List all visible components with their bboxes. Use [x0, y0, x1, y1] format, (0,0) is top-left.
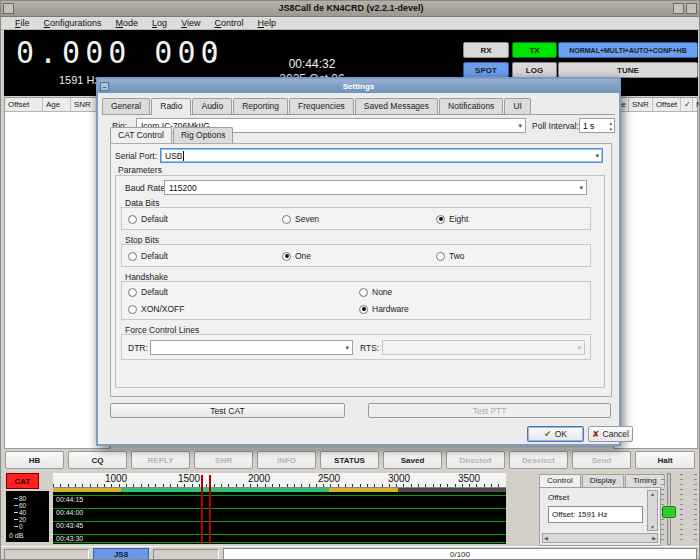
radio-stopbits-two[interactable]: Two [436, 251, 465, 261]
offset-marker-left[interactable] [201, 475, 203, 544]
subtab-cat-control[interactable]: CAT Control [110, 127, 172, 144]
col-name-partial[interactable]: N [693, 98, 700, 111]
baud-rate-combobox[interactable]: 115200 ▾ [164, 180, 587, 195]
force-control-lines-box: DTR: ▾ RTS: ▾ [121, 334, 591, 360]
radio-stopbits-default[interactable]: Default [128, 251, 168, 261]
dialog-menu-icon[interactable]: – [100, 82, 109, 91]
chevron-down-icon: ▾ [577, 344, 581, 352]
rx-button[interactable]: RX [463, 42, 509, 58]
status-button[interactable]: STATUS [320, 451, 379, 469]
directed-button[interactable]: Directed [446, 451, 505, 469]
spot-button[interactable]: SPOT [463, 62, 509, 78]
window-titlebar[interactable]: JS8Call de KN4CRD (v2.2.1-devel) [1, 1, 700, 17]
subtab-rig-options[interactable]: Rig Options [173, 127, 233, 143]
tab-saved-messages[interactable]: Saved Messages [355, 98, 438, 114]
utc-clock: 00:44:32 [252, 57, 372, 71]
scroll-left-icon: ◀ [544, 535, 548, 541]
info-button[interactable]: INFO [257, 451, 316, 469]
col-offset[interactable]: Offset [5, 98, 43, 111]
menu-file[interactable]: File [15, 18, 30, 28]
menu-view[interactable]: View [181, 18, 200, 28]
saved-button[interactable]: Saved [383, 451, 442, 469]
menu-configurations[interactable]: Configurations [44, 18, 102, 28]
cat-status-indicator[interactable]: CAT [6, 473, 39, 489]
window-menu-icon[interactable] [3, 3, 14, 14]
tab-frequencies[interactable]: Frequencies [289, 98, 354, 114]
serial-port-label: Serial Port: [115, 151, 157, 161]
radio-handshake-hardware[interactable]: Hardware [359, 304, 409, 314]
settings-title: Settings [343, 82, 375, 91]
tx-button[interactable]: TX [512, 42, 557, 58]
chevron-down-icon: ▾ [579, 184, 583, 192]
band-gray [398, 488, 506, 492]
menu-log[interactable]: Log [152, 18, 167, 28]
radio-handshake-none[interactable]: None [359, 287, 392, 297]
col-offset2[interactable]: Offset [653, 98, 681, 111]
minor-ticks [53, 484, 506, 487]
call-activity-table[interactable]: Offset Age SNR [4, 97, 110, 449]
log-button[interactable]: LOG [512, 62, 557, 78]
halt-button[interactable]: Halt [635, 451, 695, 469]
tab-ui[interactable]: UI [504, 98, 531, 114]
frequency-down-icon[interactable]: ▼ [210, 56, 218, 64]
freq-tick-3500: 3500 [458, 473, 480, 484]
freq-tick-1000: 1000 [105, 473, 127, 484]
settings-dialog: – Settings General Radio Audio Reporting… [96, 77, 621, 446]
tab-reporting[interactable]: Reporting [233, 98, 288, 114]
tab-radio[interactable]: Radio [151, 98, 191, 115]
cancel-button[interactable]: ✘ Cancel [588, 426, 633, 442]
tab-control[interactable]: Control [539, 474, 581, 488]
cq-button[interactable]: CQ [68, 451, 127, 469]
offset-marker-right[interactable] [209, 475, 211, 544]
station-table[interactable]: ge SNR Offset ✓ N [613, 97, 698, 449]
test-ptt-button[interactable]: Test PTT [368, 403, 611, 418]
waterfall[interactable]: 1000 1500 2000 2500 3000 3500 00:44:15 0… [53, 473, 506, 544]
mode-badge[interactable]: JS8 [93, 548, 149, 560]
tune-button[interactable]: TUNE [558, 62, 698, 78]
send-button[interactable]: Send [572, 451, 631, 469]
ok-button[interactable]: ✔ OK [527, 426, 584, 442]
edge-ticks [694, 474, 697, 544]
menu-mode[interactable]: Mode [116, 18, 139, 28]
col-snr2[interactable]: SNR [629, 98, 653, 111]
radio-handshake-xonxoff[interactable]: XON/XOFF [128, 304, 184, 314]
settings-titlebar[interactable]: – Settings [98, 79, 619, 93]
radio-handshake-default[interactable]: Default [128, 287, 168, 297]
menu-help[interactable]: Help [258, 18, 277, 28]
tab-notifications[interactable]: Notifications [439, 98, 503, 114]
menu-control[interactable]: Control [214, 18, 243, 28]
tab-audio[interactable]: Audio [192, 98, 232, 114]
snr-button[interactable]: SNR [194, 451, 253, 469]
radio-databits-seven[interactable]: Seven [282, 214, 319, 224]
frequency-up-icon[interactable]: ▲ [210, 43, 218, 51]
test-cat-button[interactable]: Test CAT [110, 403, 345, 418]
reply-button[interactable]: REPLY [131, 451, 190, 469]
serial-port-combobox[interactable]: USB ▾ [160, 148, 603, 163]
mode-flags-button[interactable]: NORMAL+MULTI+AUTO+CONF+HB [558, 42, 698, 58]
dial-frequency[interactable]: 0.000 000 [16, 35, 224, 70]
col-age[interactable]: Age [43, 98, 71, 111]
tab-timing[interactable]: Timing [625, 474, 665, 487]
radio-databits-eight[interactable]: Eight [436, 214, 468, 224]
radio-stopbits-one[interactable]: One [282, 251, 311, 261]
waterfall-frequency-scale[interactable]: 1000 1500 2000 2500 3000 3500 [53, 473, 506, 488]
rts-combobox[interactable]: ▾ [382, 340, 585, 355]
deselect-button[interactable]: Deselect [509, 451, 568, 469]
offset-group-label: Offset [548, 493, 569, 502]
horizontal-scrollbar[interactable]: ◀▶ [542, 533, 658, 543]
col-check-icon[interactable]: ✓ [681, 98, 693, 111]
radio-label: Seven [295, 214, 319, 224]
waterfall-timestamp: 00:43:45 [56, 522, 83, 529]
vertical-scrollbar[interactable]: ▲▼ [647, 490, 658, 531]
text-cursor [183, 151, 184, 161]
tab-display[interactable]: Display [582, 474, 624, 487]
minimize-icon[interactable] [673, 3, 684, 14]
maximize-icon[interactable] [686, 3, 697, 14]
slider-handle[interactable] [662, 506, 676, 518]
hb-button[interactable]: HB [5, 451, 64, 469]
radio-label: Default [141, 251, 168, 261]
offset-field[interactable]: Offset: 1591 Hz [548, 506, 643, 523]
dtr-combobox[interactable]: ▾ [150, 340, 353, 355]
tab-general[interactable]: General [102, 98, 150, 114]
radio-databits-default[interactable]: Default [128, 214, 168, 224]
